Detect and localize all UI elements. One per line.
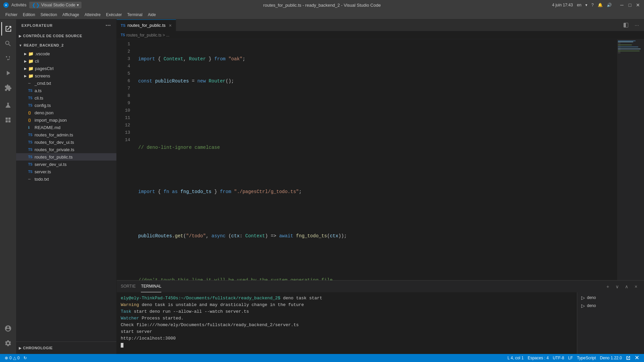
help-icon[interactable]: ? [591, 3, 594, 7]
file-routes-private[interactable]: TS routes_for_private.ts [16, 146, 116, 153]
breadcrumb-text: routes_for_public.ts > ... [126, 33, 169, 38]
vscode-label[interactable]: ❰❯ Visual Studio Code ▾ [29, 2, 82, 8]
file-readme[interactable]: ℹ README.md [16, 124, 116, 131]
file-badge-routes-dev-ui: TS [28, 140, 33, 144]
file-server-dev-ui[interactable]: TS server_dev_ui.ts [16, 161, 116, 168]
tab-routes-public[interactable]: TS routes_for_public.ts × [117, 19, 176, 31]
sidebar-more-icon[interactable]: ⋯ [105, 22, 111, 28]
file-badge-readme: ℹ [28, 126, 33, 129]
status-deno-version[interactable]: Deno 1.22.0 [598, 354, 624, 362]
panel-tab-terminal[interactable]: TERMINAL [141, 281, 161, 292]
menu-fichier[interactable]: Fichier [3, 11, 20, 18]
maximize-panel-btn[interactable]: ∧ [623, 283, 631, 291]
menu-edition[interactable]: Edition [20, 11, 38, 18]
status-line-col[interactable]: L 4, col 1 [505, 354, 526, 362]
close-btn[interactable]: ✕ [635, 2, 641, 8]
activity-test[interactable] [1, 99, 15, 112]
status-spaces[interactable]: Espaces : 4 [526, 354, 551, 362]
folder-icon-screens: 📁 [28, 73, 34, 78]
activity-explorer[interactable] [1, 22, 15, 36]
panel-tab-sortie[interactable]: SORTIE [121, 281, 136, 292]
folder-arrow-vscode: ▶ [24, 52, 27, 56]
file-routes-dev-ui[interactable]: TS routes_for_dev_ui.ts [16, 138, 116, 146]
file-config[interactable]: TS config.ts [16, 102, 116, 109]
warning-count: 0 [17, 356, 20, 360]
file-todo[interactable]: ─ todo.txt [16, 175, 116, 183]
file-deno-json[interactable]: {} deno.json [16, 109, 116, 116]
more-actions-btn[interactable]: ⋯ [632, 20, 641, 30]
folder-icon-cli: 📁 [28, 59, 34, 64]
error-icon: ⊗ [5, 356, 8, 360]
code-line-7: import { fn as fng_todo_ts } from "./pag… [138, 188, 617, 195]
file-a-ts[interactable]: TS a.ts [16, 87, 116, 94]
terminal-instance-1[interactable]: ▷ deno [577, 294, 644, 302]
status-error-warning[interactable]: ⊗ 0 △ 0 [3, 354, 21, 362]
terminal-dropdown-btn[interactable]: ∨ [613, 283, 621, 291]
file-routes-admin[interactable]: TS routes_for_admin.ts [16, 131, 116, 138]
maximize-btn[interactable]: □ [627, 2, 633, 8]
activity-account[interactable] [1, 322, 15, 335]
folder-arrow-cli: ▶ [24, 59, 27, 63]
code-line-3 [138, 100, 617, 107]
minimize-btn[interactable]: ─ [619, 2, 625, 8]
menu-affichage[interactable]: Affichage [60, 11, 82, 18]
menu-selection[interactable]: Sélection [38, 11, 60, 18]
terminal-line-watcher: Watcher Process started. [121, 315, 573, 322]
status-notifications[interactable] [633, 354, 641, 362]
folder-cli[interactable]: ▶ 📁 cli [16, 57, 116, 65]
sound-icon[interactable]: 🔊 [607, 3, 612, 7]
tab-actions: ⋯ [619, 20, 644, 30]
root-folder-header[interactable]: ▼ READY_BACKEND_2 [16, 41, 116, 50]
status-sync[interactable]: ↻ [21, 354, 29, 362]
close-panel-btn[interactable]: × [632, 283, 640, 291]
menu-terminal[interactable]: Terminal [124, 11, 145, 18]
file-import-map[interactable]: {} import_map.json [16, 116, 116, 124]
file-badge-deno-json: {} [28, 111, 33, 115]
split-editor-btn[interactable] [621, 20, 631, 30]
file-name-a: a.ts [35, 88, 42, 93]
locale: en [577, 3, 581, 7]
folder-name-cli: cli [35, 59, 39, 64]
tab-close-icon[interactable]: × [169, 23, 172, 28]
folder-screens[interactable]: ▶ 📁 screens [16, 72, 116, 79]
file-badge-config: TS [28, 104, 33, 107]
terminal-content[interactable]: ely@ely-ThinkPad-T450s:~/Documents/fulls… [117, 292, 577, 354]
root-folder-label: READY_BACKEND_2 [23, 43, 63, 47]
root-folder-arrow: ▼ [19, 44, 22, 47]
sidebar: Explorateur ⋯ ▶ Contrôle de code source … [16, 19, 117, 354]
folder-pagesctrl[interactable]: ▶ 📁 pagesCtrl [16, 65, 116, 72]
activities-label[interactable]: Activités [11, 3, 26, 7]
encoding-text: UTF-8 [553, 356, 564, 360]
activity-settings[interactable] [1, 337, 15, 350]
file-badge-import-map: {} [28, 118, 33, 122]
menu-executer[interactable]: Exécuter [103, 11, 124, 18]
svg-rect-3 [8, 120, 10, 122]
code-content[interactable]: import { Context, Router } from "oak"; c… [133, 39, 617, 280]
code-editor[interactable]: 1 2 3 4 5 6 7 8 9 10 11 12 13 14 import … [117, 39, 644, 280]
source-control-label: Contrôle de code source [23, 34, 83, 38]
menu-aide[interactable]: Aide [145, 11, 159, 18]
activity-run-debug[interactable] [1, 66, 15, 80]
terminal-warning: Warning [121, 302, 139, 307]
source-control-section[interactable]: ▶ Contrôle de code source [16, 31, 116, 41]
status-language[interactable]: TypeScript [575, 354, 598, 362]
activity-source-control[interactable] [1, 52, 15, 65]
file-routes-public[interactable]: TS routes_for_public.ts [16, 153, 116, 161]
status-remote-icon[interactable] [624, 354, 633, 362]
file-cli-ts[interactable]: TS cli.ts [16, 94, 116, 102]
terminal-instance-2[interactable]: ▷ deno [577, 302, 644, 310]
menu-atteindre[interactable]: Atteindre [82, 11, 103, 18]
activity-remote[interactable] [1, 113, 15, 127]
folder-vscode[interactable]: ▶ 📁 .vscode [16, 50, 116, 57]
file-cmd[interactable]: ─ _cmd.txt [16, 79, 116, 87]
notification-icon[interactable]: 🔔 [598, 3, 603, 7]
file-server[interactable]: TS server.ts [16, 168, 116, 175]
explorer-title: Explorateur [21, 23, 53, 27]
activity-search[interactable] [1, 37, 15, 50]
new-terminal-btn[interactable]: + [604, 283, 612, 291]
chronologie-header[interactable]: ▶ CHRONOLOGIE [16, 343, 116, 353]
status-line-ending[interactable]: LF [566, 354, 575, 362]
status-encoding[interactable]: UTF-8 [551, 354, 566, 362]
menubar: Fichier Edition Sélection Affichage Atte… [0, 10, 644, 19]
activity-extensions[interactable] [1, 81, 15, 95]
